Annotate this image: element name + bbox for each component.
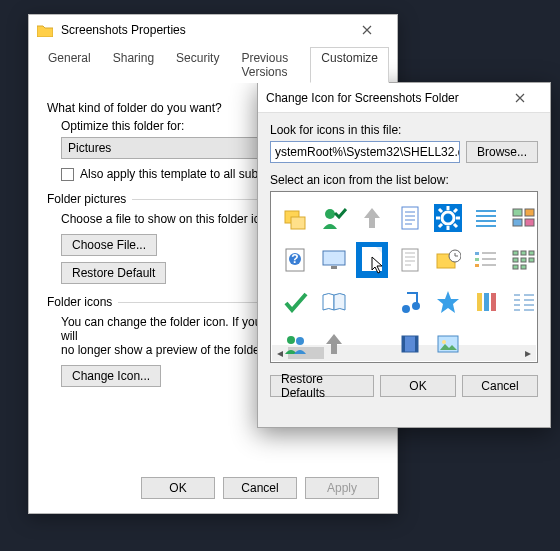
cancel-button[interactable]: Cancel — [462, 375, 538, 397]
apply-button[interactable]: Apply — [305, 477, 379, 499]
icon-color-bars[interactable] — [469, 282, 503, 322]
icon-checkmark[interactable] — [279, 282, 313, 322]
change-icon-button[interactable]: Change Icon... — [61, 365, 161, 387]
svg-rect-32 — [477, 293, 482, 311]
svg-point-2 — [325, 209, 335, 219]
change-icon-footer: Restore Defaults OK Cancel — [270, 375, 538, 397]
svg-rect-22 — [513, 251, 518, 255]
close-button[interactable] — [345, 16, 389, 44]
properties-titlebar[interactable]: Screenshots Properties — [29, 15, 397, 45]
svg-rect-7 — [525, 209, 534, 216]
icon-open-book[interactable] — [317, 282, 351, 322]
svg-rect-13 — [323, 251, 345, 265]
icon-gear-blue[interactable] — [431, 198, 465, 238]
icon-path-input[interactable]: ystemRoot%\System32\SHELL32.dll — [270, 141, 460, 163]
tab-security[interactable]: Security — [165, 47, 230, 83]
icon-blank-sheet-selected[interactable] — [355, 240, 389, 280]
svg-rect-39 — [415, 336, 418, 352]
icon-cells[interactable] — [507, 282, 538, 322]
icon-list: ? — [270, 191, 538, 363]
icon-monitor[interactable] — [317, 240, 351, 280]
cursor-icon — [371, 256, 385, 274]
svg-rect-6 — [513, 209, 522, 216]
restore-default-button[interactable]: Restore Default — [61, 262, 166, 284]
svg-rect-33 — [484, 293, 489, 311]
properties-title: Screenshots Properties — [61, 23, 345, 37]
icon-folders[interactable] — [279, 198, 313, 238]
svg-rect-25 — [513, 258, 518, 262]
folder-icons-header: Folder icons — [47, 295, 118, 309]
svg-point-41 — [442, 340, 446, 344]
icon-help-doc[interactable]: ? — [279, 240, 313, 280]
svg-point-36 — [296, 337, 304, 345]
icon-blank[interactable] — [355, 282, 389, 322]
ok-button[interactable]: OK — [141, 477, 215, 499]
properties-tabs: General Sharing Security Previous Versio… — [29, 45, 397, 83]
look-for-label: Look for icons in this file: — [270, 123, 538, 137]
select-icon-label: Select an icon from the list below: — [270, 173, 538, 187]
browse-button[interactable]: Browse... — [466, 141, 538, 163]
folder-pictures-header: Folder pictures — [47, 192, 132, 206]
svg-rect-3 — [402, 207, 418, 229]
restore-defaults-button[interactable]: Restore Defaults — [270, 375, 374, 397]
icon-folder-clock[interactable] — [431, 240, 465, 280]
icon-document[interactable] — [393, 198, 427, 238]
change-icon-body: Look for icons in this file: ystemRoot%\… — [258, 113, 550, 407]
svg-point-30 — [402, 305, 410, 313]
icon-music-note[interactable] — [393, 282, 427, 322]
svg-text:?: ? — [291, 252, 298, 266]
folder-icon — [37, 23, 53, 37]
svg-rect-16 — [402, 249, 418, 271]
icon-text-page[interactable] — [393, 240, 427, 280]
ok-button[interactable]: OK — [380, 375, 456, 397]
change-icon-title: Change Icon for Screenshots Folder — [266, 91, 498, 105]
svg-rect-34 — [491, 293, 496, 311]
svg-point-35 — [287, 336, 295, 344]
change-icon-dialog: Change Icon for Screenshots Folder Look … — [257, 82, 551, 428]
svg-rect-14 — [331, 266, 337, 269]
also-apply-checkbox[interactable] — [61, 168, 74, 181]
icon-detail-list[interactable] — [469, 240, 503, 280]
svg-rect-8 — [513, 219, 522, 226]
icon-grid: ? — [279, 198, 529, 363]
icon-thumbs[interactable] — [507, 198, 538, 238]
svg-rect-27 — [529, 258, 534, 262]
icon-list-view[interactable] — [469, 198, 503, 238]
svg-rect-20 — [475, 258, 479, 261]
properties-footer: OK Cancel Apply — [141, 477, 379, 499]
svg-rect-19 — [475, 252, 479, 255]
scroll-right-icon[interactable]: ▸ — [520, 345, 536, 361]
svg-rect-9 — [525, 219, 534, 226]
tab-previous-versions[interactable]: Previous Versions — [230, 47, 310, 83]
optimize-for-value: Pictures — [68, 141, 111, 155]
choose-file-button[interactable]: Choose File... — [61, 234, 157, 256]
icon-arrow-up[interactable] — [355, 198, 389, 238]
svg-rect-28 — [513, 265, 518, 269]
svg-rect-29 — [521, 265, 526, 269]
svg-rect-1 — [291, 217, 305, 229]
icon-check-user[interactable] — [317, 198, 351, 238]
icon-path-value: ystemRoot%\System32\SHELL32.dll — [275, 145, 460, 159]
svg-rect-24 — [529, 251, 534, 255]
icon-grid-5[interactable] — [507, 240, 538, 280]
svg-point-31 — [412, 302, 420, 310]
cancel-button[interactable]: Cancel — [223, 477, 297, 499]
svg-rect-21 — [475, 264, 479, 267]
tab-customize[interactable]: Customize — [310, 47, 389, 83]
svg-rect-23 — [521, 251, 526, 255]
tab-general[interactable]: General — [37, 47, 102, 83]
change-icon-titlebar[interactable]: Change Icon for Screenshots Folder — [258, 83, 550, 113]
tab-sharing[interactable]: Sharing — [102, 47, 165, 83]
close-button[interactable] — [498, 84, 542, 112]
svg-rect-38 — [402, 336, 405, 352]
icon-star[interactable] — [431, 282, 465, 322]
svg-rect-26 — [521, 258, 526, 262]
